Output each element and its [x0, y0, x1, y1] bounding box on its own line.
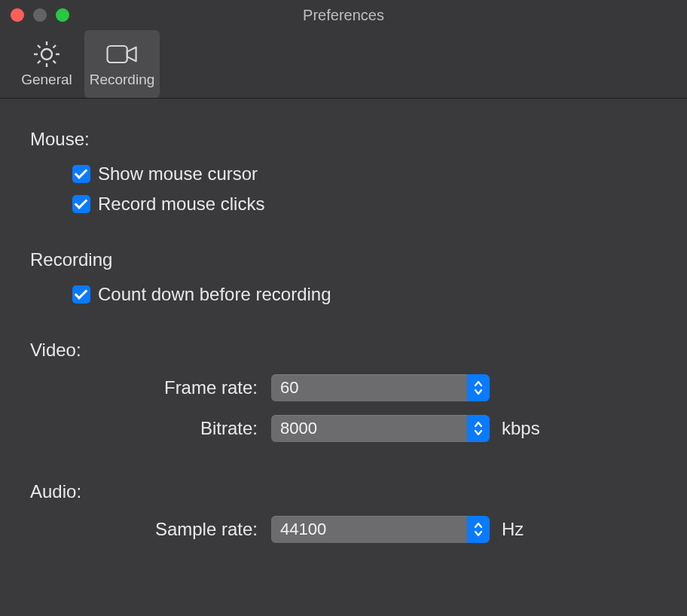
- record-clicks-checkbox[interactable]: [72, 195, 90, 213]
- titlebar: Preferences: [0, 0, 687, 30]
- section-mouse-title: Mouse:: [30, 129, 657, 150]
- tab-recording[interactable]: Recording: [84, 30, 160, 98]
- stepper-arrows-icon: [467, 415, 490, 442]
- bitrate-select[interactable]: 8000: [271, 415, 490, 442]
- tab-recording-label: Recording: [90, 72, 155, 88]
- sample-rate-select[interactable]: 44100: [271, 516, 490, 543]
- preferences-content: Mouse: Show mouse cursor Record mouse cl…: [0, 99, 687, 616]
- svg-rect-1: [108, 46, 127, 63]
- stepper-arrows-icon: [467, 516, 490, 543]
- show-cursor-label: Show mouse cursor: [98, 163, 258, 184]
- countdown-checkbox[interactable]: [72, 285, 90, 303]
- show-cursor-checkbox[interactable]: [72, 165, 90, 183]
- minimize-icon: [33, 8, 47, 22]
- gear-icon: [30, 40, 63, 69]
- window-title: Preferences: [0, 7, 687, 24]
- window-controls: [11, 8, 69, 22]
- frame-rate-label: Frame rate:: [30, 377, 271, 398]
- section-recording-title: Recording: [30, 249, 657, 270]
- sample-rate-value: 44100: [271, 516, 467, 543]
- stepper-arrows-icon: [467, 374, 490, 401]
- bitrate-value: 8000: [271, 415, 467, 442]
- zoom-icon[interactable]: [56, 8, 69, 22]
- sample-rate-label: Sample rate:: [30, 519, 271, 540]
- bitrate-label: Bitrate:: [30, 418, 271, 439]
- video-camera-icon: [105, 40, 139, 69]
- tab-general[interactable]: General: [9, 30, 84, 98]
- frame-rate-value: 60: [271, 374, 467, 401]
- record-clicks-label: Record mouse clicks: [98, 194, 264, 215]
- frame-rate-select[interactable]: 60: [271, 374, 490, 401]
- close-icon[interactable]: [11, 8, 24, 22]
- sample-rate-unit: Hz: [502, 519, 524, 540]
- preferences-window: Preferences General: [0, 0, 687, 616]
- svg-point-0: [41, 49, 52, 59]
- preferences-toolbar: General Recording: [0, 30, 687, 99]
- bitrate-unit: kbps: [502, 418, 540, 439]
- tab-general-label: General: [21, 72, 72, 88]
- countdown-label: Count down before recording: [98, 284, 331, 305]
- section-audio-title: Audio:: [30, 481, 657, 502]
- section-video-title: Video:: [30, 340, 657, 361]
